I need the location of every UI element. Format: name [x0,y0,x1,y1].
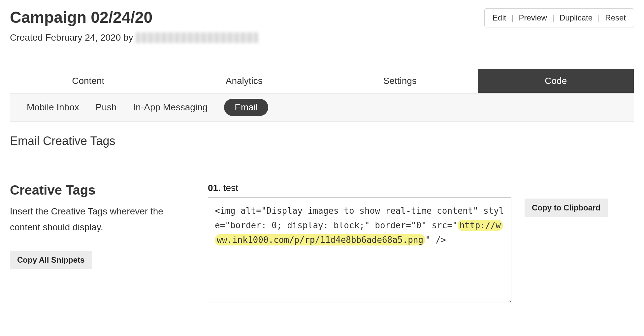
subtab-email[interactable]: Email [224,99,268,116]
subtab-push[interactable]: Push [96,99,117,115]
divider: | [511,13,513,22]
creative-tags-heading: Creative Tags [10,183,195,198]
tab-code[interactable]: Code [478,69,634,93]
tab-content[interactable]: Content [10,69,166,93]
resize-handle-icon[interactable] [506,297,510,302]
snippet-code-box[interactable]: <img alt="Display images to show real-ti… [208,197,511,303]
edit-link[interactable]: Edit [493,13,506,22]
duplicate-link[interactable]: Duplicate [560,13,593,22]
subtab-in-app-messaging[interactable]: In-App Messaging [133,99,208,115]
sub-tabs: Mobile Inbox Push In-App Messaging Email [10,93,634,122]
creative-tags-description: Insert the Creative Tags wherever the co… [10,204,195,235]
tab-analytics[interactable]: Analytics [166,69,322,93]
snippet-code-after: " /> [425,235,446,245]
subtab-mobile-inbox[interactable]: Mobile Inbox [27,99,79,115]
divider: | [598,13,600,22]
author-name-redacted [136,32,258,43]
snippet-label: 01. test [208,183,511,193]
created-line: Created February 24, 2020 by [10,32,258,43]
action-bar: Edit | Preview | Duplicate | Reset [484,8,634,27]
copy-to-clipboard-button[interactable]: Copy to Clipboard [525,199,608,217]
section-title: Email Creative Tags [10,134,634,156]
reset-link[interactable]: Reset [605,13,626,22]
tab-settings[interactable]: Settings [322,69,478,93]
snippet-name: test [223,183,238,193]
snippet-number: 01. [208,183,221,193]
main-tabs: Content Analytics Settings Code [10,69,634,93]
divider: | [552,13,554,22]
preview-link[interactable]: Preview [519,13,547,22]
created-prefix: Created February 24, 2020 by [10,32,133,43]
page-title: Campaign 02/24/20 [10,8,258,26]
copy-all-snippets-button[interactable]: Copy All Snippets [10,251,92,269]
